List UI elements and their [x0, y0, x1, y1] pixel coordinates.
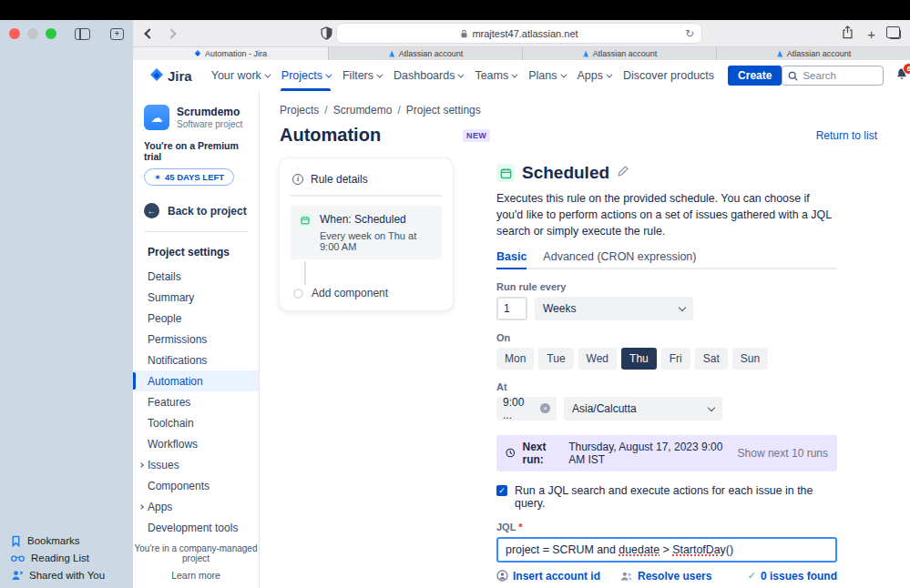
- day-button-mon[interactable]: Mon: [496, 348, 534, 370]
- sidebar-item-people[interactable]: People: [133, 308, 259, 329]
- clear-icon[interactable]: ×: [540, 403, 550, 413]
- divider: [144, 231, 248, 232]
- tab-atlassian-account-3[interactable]: Atlassian account: [716, 47, 910, 60]
- breadcrumb-project-settings[interactable]: Project settings: [406, 104, 481, 117]
- minimize-window-button[interactable]: [27, 28, 38, 39]
- breadcrumb-projects[interactable]: Projects: [280, 104, 319, 117]
- browser-toolbar: + mrajtest47.atlassian.net ↻ +: [0, 20, 910, 47]
- edit-pencil-icon[interactable]: [617, 165, 629, 181]
- search-input[interactable]: [803, 70, 866, 81]
- page-title: Automation: [280, 125, 381, 146]
- nav-projects[interactable]: Projects: [275, 60, 336, 91]
- resolve-users-link[interactable]: Resolve users: [620, 570, 711, 583]
- nav-filters[interactable]: Filters: [336, 60, 387, 91]
- sidebar-item-development-tools[interactable]: Development tools: [133, 517, 259, 538]
- sidebar-item-shared-with-you[interactable]: Shared with You: [11, 569, 105, 582]
- sidebar-item-features[interactable]: Features: [133, 391, 259, 412]
- nav-discover-products[interactable]: Discover products: [617, 60, 721, 91]
- notifications-button[interactable]: 6: [895, 67, 908, 85]
- new-tab-icon[interactable]: +: [867, 28, 875, 41]
- tab-advanced-cron[interactable]: Advanced (CRON expression): [543, 250, 696, 268]
- close-window-button[interactable]: [9, 28, 20, 39]
- zoom-window-button[interactable]: [46, 28, 56, 39]
- sidebar-item-label: Shared with You: [29, 570, 105, 581]
- back-button[interactable]: [144, 28, 154, 38]
- sidebar-item-summary[interactable]: Summary: [133, 287, 259, 308]
- day-button-wed[interactable]: Wed: [578, 348, 617, 370]
- return-to-list-link[interactable]: Return to list: [816, 129, 877, 142]
- timezone-value: Asia/Calcutta: [572, 402, 637, 415]
- sidebar-item-issues[interactable]: Issues: [133, 454, 259, 475]
- url-bar[interactable]: mrajtest47.atlassian.net ↻: [337, 24, 701, 43]
- tab-label: Automation - Jira: [205, 49, 267, 58]
- show-next-runs-link[interactable]: Show next 10 runs: [738, 447, 828, 460]
- search-box[interactable]: [782, 66, 884, 86]
- calendar-icon: [298, 213, 312, 228]
- chevron-down-icon: [264, 71, 271, 77]
- jql-input[interactable]: project = SCRUM and duedate > StartofDay…: [496, 537, 837, 563]
- sidebar-item-bookmarks[interactable]: Bookmarks: [11, 534, 105, 547]
- jira-logo[interactable]: Jira: [149, 68, 192, 84]
- share-icon[interactable]: [842, 25, 854, 43]
- sidebar-item-details[interactable]: Details: [133, 266, 259, 287]
- breadcrumb: Projects / Scrumdemo / Project settings: [280, 104, 877, 117]
- sidebar-item-notifications[interactable]: Notifications: [133, 350, 259, 370]
- forward-button[interactable]: [166, 28, 176, 38]
- glasses-icon: [11, 554, 25, 563]
- sidebar-item-components[interactable]: Components: [133, 475, 259, 496]
- insert-account-id-link[interactable]: Insert account id: [496, 570, 600, 583]
- tab-automation-jira[interactable]: Automation - Jira: [133, 47, 328, 60]
- trial-days-button[interactable]: ✶ 45 DAYS LEFT: [144, 168, 234, 186]
- tab-atlassian-account-2[interactable]: Atlassian account: [522, 47, 716, 60]
- add-component-button[interactable]: Add component: [291, 287, 442, 299]
- day-button-fri[interactable]: Fri: [661, 348, 690, 370]
- chevron-down-icon: [458, 71, 465, 77]
- day-button-thu[interactable]: Thu: [621, 348, 657, 370]
- sidebar-item-automation[interactable]: Automation: [133, 370, 259, 391]
- nav-teams[interactable]: Teams: [468, 60, 522, 91]
- sidebar-item-workflows[interactable]: Workflows: [133, 433, 259, 454]
- jql-text: >: [659, 543, 672, 556]
- day-button-sun[interactable]: Sun: [732, 348, 768, 370]
- tab-bar-spacer: [0, 47, 133, 60]
- nav-label: Discover products: [623, 69, 714, 82]
- sidebar-item-reading-list[interactable]: Reading List: [11, 552, 105, 564]
- breadcrumb-scrumdemo[interactable]: Scrumdemo: [333, 104, 393, 117]
- tab-atlassian-account-1[interactable]: Atlassian account: [328, 47, 522, 60]
- chevron-down-icon: [679, 304, 686, 311]
- interval-unit-select[interactable]: Weeks: [535, 297, 693, 320]
- sidebar-item-toolchain[interactable]: Toolchain: [133, 412, 259, 433]
- rule-details-item[interactable]: i Rule details: [291, 169, 442, 195]
- back-to-project[interactable]: ← Back to project: [133, 203, 259, 218]
- jql-checkbox[interactable]: ✓: [496, 485, 507, 496]
- nav-your-work[interactable]: Your work: [205, 60, 275, 91]
- empty-circle-icon: [293, 289, 303, 299]
- sidebar-toggle-icon[interactable]: [75, 28, 90, 40]
- chevron-down-icon: [376, 71, 383, 77]
- tab-basic[interactable]: Basic: [496, 250, 527, 269]
- day-button-sat[interactable]: Sat: [695, 348, 728, 370]
- sidebar-item-apps[interactable]: Apps: [133, 496, 259, 517]
- time-input[interactable]: 9:00 ... ×: [496, 397, 557, 421]
- issues-found-status[interactable]: ✓ 0 issues found: [748, 570, 837, 583]
- tab-overview-icon[interactable]: [889, 29, 901, 39]
- interval-input[interactable]: [496, 297, 527, 320]
- privacy-shield-icon[interactable]: [321, 26, 332, 44]
- timezone-select[interactable]: Asia/Calcutta: [564, 397, 722, 421]
- nav-plans[interactable]: Plans: [522, 60, 570, 91]
- chevron-down-icon: [708, 404, 715, 411]
- jql-label: JQL *: [496, 522, 837, 532]
- nav-apps[interactable]: Apps: [571, 60, 618, 91]
- project-settings-heading: Project settings: [133, 246, 259, 259]
- tab-group-icon[interactable]: +: [110, 28, 124, 40]
- day-button-tue[interactable]: Tue: [538, 348, 573, 370]
- trigger-component-selected[interactable]: When: Scheduled Every week on Thu at 9:0…: [291, 206, 442, 259]
- chevron-down-icon: [560, 71, 567, 77]
- create-button[interactable]: Create: [728, 66, 782, 86]
- nav-dashboards[interactable]: Dashboards: [387, 60, 468, 91]
- shared-person-icon: [11, 570, 23, 581]
- learn-more-link[interactable]: Learn more: [133, 570, 259, 581]
- link-label: Resolve users: [638, 570, 711, 583]
- sidebar-item-permissions[interactable]: Permissions: [133, 329, 259, 350]
- reload-icon[interactable]: ↻: [685, 27, 694, 40]
